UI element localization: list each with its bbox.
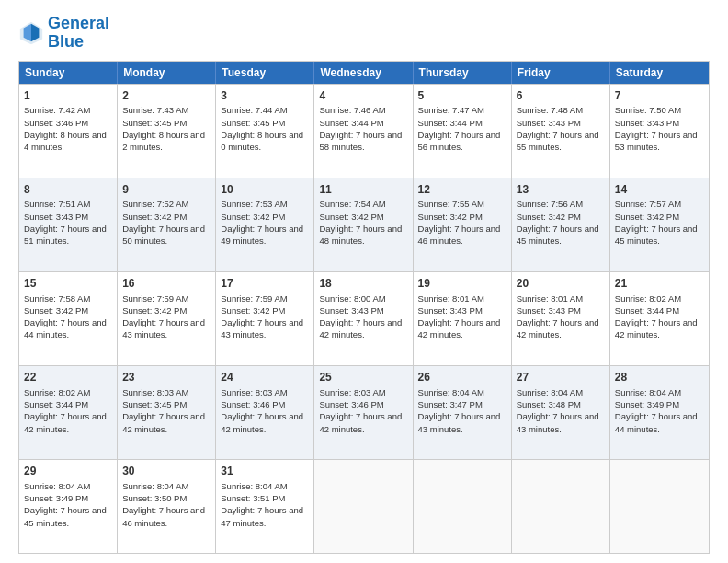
day-number: 15 bbox=[24, 276, 112, 292]
calendar-cell: 23Sunrise: 8:03 AMSunset: 3:45 PMDayligh… bbox=[118, 366, 216, 459]
calendar-header: SundayMondayTuesdayWednesdayThursdayFrid… bbox=[19, 62, 709, 84]
sunrise-text: Sunrise: 7:57 AM bbox=[615, 198, 704, 210]
day-number: 9 bbox=[122, 182, 210, 198]
calendar-cell: 9Sunrise: 7:52 AMSunset: 3:42 PMDaylight… bbox=[118, 178, 216, 271]
calendar-cell bbox=[512, 460, 610, 553]
daylight-text: Daylight: 7 hours and 45 minutes. bbox=[24, 504, 112, 529]
calendar-row: 8Sunrise: 7:51 AMSunset: 3:43 PMDaylight… bbox=[19, 178, 709, 271]
calendar-cell: 8Sunrise: 7:51 AMSunset: 3:43 PMDaylight… bbox=[19, 178, 118, 271]
sunrise-text: Sunrise: 7:54 AM bbox=[319, 198, 407, 210]
sunset-text: Sunset: 3:51 PM bbox=[221, 492, 309, 504]
calendar-cell: 30Sunrise: 8:04 AMSunset: 3:50 PMDayligh… bbox=[118, 460, 216, 553]
calendar-cell: 7Sunrise: 7:50 AMSunset: 3:43 PMDaylight… bbox=[610, 85, 709, 178]
calendar-cell: 16Sunrise: 7:59 AMSunset: 3:42 PMDayligh… bbox=[118, 272, 216, 365]
sunrise-text: Sunrise: 7:58 AM bbox=[24, 293, 112, 304]
calendar-cell: 2Sunrise: 7:43 AMSunset: 3:45 PMDaylight… bbox=[118, 85, 216, 178]
page: General Blue SundayMondayTuesdayWednesda… bbox=[0, 0, 728, 563]
daylight-text: Daylight: 7 hours and 56 minutes. bbox=[418, 129, 506, 154]
calendar-cell: 20Sunrise: 8:01 AMSunset: 3:43 PMDayligh… bbox=[512, 272, 610, 365]
daylight-text: Daylight: 7 hours and 58 minutes. bbox=[319, 129, 407, 154]
calendar-header-cell: Saturday bbox=[610, 62, 709, 84]
calendar-row: 15Sunrise: 7:58 AMSunset: 3:42 PMDayligh… bbox=[19, 271, 709, 365]
calendar-cell: 24Sunrise: 8:03 AMSunset: 3:46 PMDayligh… bbox=[216, 366, 314, 459]
day-number: 24 bbox=[221, 370, 309, 385]
day-number: 2 bbox=[122, 88, 210, 104]
daylight-text: Daylight: 7 hours and 53 minutes. bbox=[615, 129, 704, 154]
calendar-cell bbox=[610, 460, 709, 553]
sunrise-text: Sunrise: 7:43 AM bbox=[122, 104, 210, 116]
sunset-text: Sunset: 3:42 PM bbox=[517, 211, 605, 223]
daylight-text: Daylight: 7 hours and 51 minutes. bbox=[24, 223, 112, 247]
sunrise-text: Sunrise: 7:59 AM bbox=[122, 293, 210, 304]
calendar-row: 22Sunrise: 8:02 AMSunset: 3:44 PMDayligh… bbox=[19, 365, 709, 459]
sunrise-text: Sunrise: 8:04 AM bbox=[615, 386, 704, 398]
sunset-text: Sunset: 3:43 PM bbox=[319, 304, 407, 316]
day-number: 30 bbox=[122, 464, 210, 479]
sunset-text: Sunset: 3:47 PM bbox=[418, 398, 506, 410]
sunset-text: Sunset: 3:42 PM bbox=[122, 211, 210, 223]
sunset-text: Sunset: 3:46 PM bbox=[319, 398, 407, 410]
day-number: 26 bbox=[418, 370, 506, 385]
sunrise-text: Sunrise: 7:46 AM bbox=[319, 104, 407, 116]
day-number: 14 bbox=[615, 182, 704, 198]
daylight-text: Daylight: 7 hours and 46 minutes. bbox=[122, 504, 210, 529]
daylight-text: Daylight: 7 hours and 49 minutes. bbox=[221, 223, 309, 247]
calendar-row: 29Sunrise: 8:04 AMSunset: 3:49 PMDayligh… bbox=[19, 459, 709, 553]
daylight-text: Daylight: 7 hours and 43 minutes. bbox=[517, 410, 605, 435]
calendar-cell: 11Sunrise: 7:54 AMSunset: 3:42 PMDayligh… bbox=[314, 178, 413, 271]
daylight-text: Daylight: 7 hours and 45 minutes. bbox=[615, 223, 704, 247]
sunset-text: Sunset: 3:49 PM bbox=[24, 492, 112, 504]
sunset-text: Sunset: 3:42 PM bbox=[24, 304, 112, 316]
header: General Blue bbox=[18, 15, 710, 52]
daylight-text: Daylight: 8 hours and 0 minutes. bbox=[221, 129, 309, 154]
sunrise-text: Sunrise: 7:55 AM bbox=[418, 198, 506, 210]
calendar-cell: 10Sunrise: 7:53 AMSunset: 3:42 PMDayligh… bbox=[216, 178, 314, 271]
sunrise-text: Sunrise: 7:47 AM bbox=[418, 104, 506, 116]
daylight-text: Daylight: 7 hours and 42 minutes. bbox=[122, 410, 210, 435]
sunset-text: Sunset: 3:43 PM bbox=[517, 304, 605, 316]
sunrise-text: Sunrise: 7:42 AM bbox=[24, 104, 112, 116]
sunrise-text: Sunrise: 7:53 AM bbox=[221, 198, 309, 210]
calendar-cell: 25Sunrise: 8:03 AMSunset: 3:46 PMDayligh… bbox=[314, 366, 413, 459]
daylight-text: Daylight: 7 hours and 44 minutes. bbox=[24, 316, 112, 341]
daylight-text: Daylight: 7 hours and 48 minutes. bbox=[319, 223, 407, 247]
calendar-cell: 29Sunrise: 8:04 AMSunset: 3:49 PMDayligh… bbox=[19, 460, 118, 553]
calendar-header-cell: Thursday bbox=[414, 62, 512, 84]
calendar-cell: 3Sunrise: 7:44 AMSunset: 3:45 PMDaylight… bbox=[216, 85, 314, 178]
day-number: 12 bbox=[418, 182, 506, 198]
daylight-text: Daylight: 7 hours and 42 minutes. bbox=[418, 316, 506, 341]
day-number: 10 bbox=[221, 182, 309, 198]
sunset-text: Sunset: 3:48 PM bbox=[517, 398, 605, 410]
sunset-text: Sunset: 3:43 PM bbox=[615, 117, 704, 129]
sunrise-text: Sunrise: 8:04 AM bbox=[122, 480, 210, 492]
daylight-text: Daylight: 7 hours and 42 minutes. bbox=[221, 410, 309, 435]
calendar-cell: 26Sunrise: 8:04 AMSunset: 3:47 PMDayligh… bbox=[414, 366, 512, 459]
sunrise-text: Sunrise: 8:00 AM bbox=[319, 293, 407, 304]
day-number: 22 bbox=[24, 370, 112, 385]
day-number: 17 bbox=[221, 276, 309, 292]
sunset-text: Sunset: 3:50 PM bbox=[122, 492, 210, 504]
day-number: 5 bbox=[418, 88, 506, 104]
sunset-text: Sunset: 3:45 PM bbox=[122, 398, 210, 410]
day-number: 1 bbox=[24, 88, 112, 104]
sunrise-text: Sunrise: 8:02 AM bbox=[24, 386, 112, 398]
sunrise-text: Sunrise: 8:01 AM bbox=[418, 293, 506, 304]
day-number: 7 bbox=[615, 88, 704, 104]
sunrise-text: Sunrise: 8:03 AM bbox=[221, 386, 309, 398]
calendar-row: 1Sunrise: 7:42 AMSunset: 3:46 PMDaylight… bbox=[19, 84, 709, 178]
sunrise-text: Sunrise: 8:04 AM bbox=[517, 386, 605, 398]
day-number: 25 bbox=[319, 370, 407, 385]
sunset-text: Sunset: 3:43 PM bbox=[418, 304, 506, 316]
day-number: 4 bbox=[319, 88, 407, 104]
day-number: 28 bbox=[615, 370, 704, 385]
daylight-text: Daylight: 7 hours and 43 minutes. bbox=[221, 316, 309, 341]
sunrise-text: Sunrise: 8:04 AM bbox=[418, 386, 506, 398]
sunset-text: Sunset: 3:43 PM bbox=[24, 211, 112, 223]
daylight-text: Daylight: 7 hours and 47 minutes. bbox=[221, 504, 309, 529]
logo-icon bbox=[18, 20, 44, 46]
day-number: 23 bbox=[122, 370, 210, 385]
sunset-text: Sunset: 3:42 PM bbox=[418, 211, 506, 223]
sunset-text: Sunset: 3:42 PM bbox=[221, 304, 309, 316]
sunset-text: Sunset: 3:45 PM bbox=[122, 117, 210, 129]
calendar-cell: 22Sunrise: 8:02 AMSunset: 3:44 PMDayligh… bbox=[19, 366, 118, 459]
